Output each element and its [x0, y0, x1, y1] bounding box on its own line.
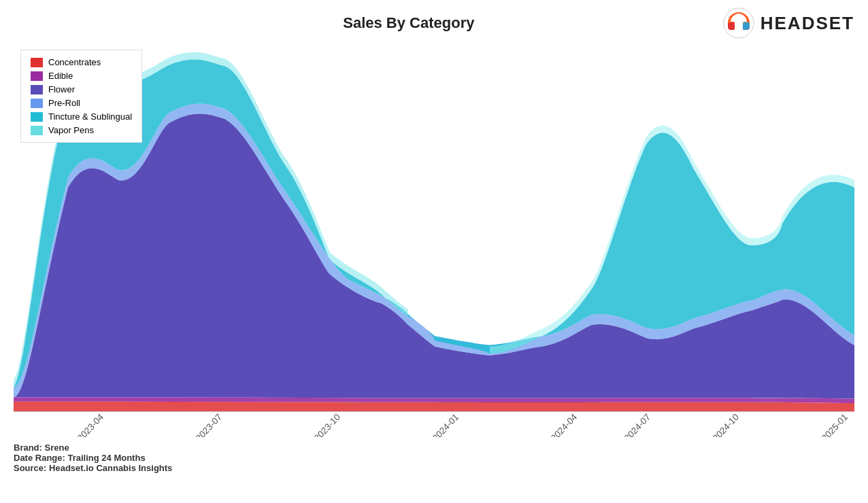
brand-label: Brand:: [14, 443, 42, 453]
tincture-label: Tincture & Sublingual: [48, 111, 132, 122]
date-range-value: Trailing 24 Months: [67, 453, 145, 463]
page-title: Sales By Category: [14, 14, 722, 32]
concentrates-area: [14, 402, 854, 412]
x-label-2025-01: 2025-01: [820, 412, 850, 437]
headset-logo-icon: [722, 7, 755, 39]
concentrates-label: Concentrates: [48, 57, 101, 67]
source-info: Source: Headset.io Cannabis Insights: [14, 463, 854, 473]
page: Sales By Category HEADSET Concentrates: [0, 0, 868, 503]
legend-item-edible: Edible: [31, 71, 132, 81]
brand-value: Srene: [45, 443, 69, 453]
logo-text: HEADSET: [761, 13, 854, 34]
legend-item-concentrates: Concentrates: [31, 57, 132, 67]
preroll-swatch: [31, 99, 43, 108]
legend: Concentrates Edible Flower Pre-Roll Tinc…: [20, 50, 142, 143]
concentrates-swatch: [31, 58, 43, 67]
legend-item-flower: Flower: [31, 84, 132, 94]
x-label-2023-07: 2023-07: [194, 412, 224, 437]
flower-swatch: [31, 85, 43, 94]
legend-item-vaporpens: Vapor Pens: [31, 125, 132, 135]
legend-item-tincture: Tincture & Sublingual: [31, 111, 132, 122]
legend-item-preroll: Pre-Roll: [31, 98, 132, 108]
chart-container: Concentrates Edible Flower Pre-Roll Tinc…: [14, 43, 854, 437]
flower-label: Flower: [48, 84, 75, 94]
x-label-2024-07: 2024-07: [622, 412, 652, 437]
footer: Brand: Srene Date Range: Trailing 24 Mon…: [0, 437, 868, 473]
date-range-label: Date Range:: [14, 453, 65, 463]
x-label-2023-04: 2023-04: [76, 411, 105, 437]
source-label: Source:: [14, 463, 46, 473]
x-label-2024-04: 2024-04: [549, 411, 579, 437]
vaporpens-swatch: [31, 126, 43, 135]
edible-swatch: [31, 71, 43, 81]
header: Sales By Category HEADSET: [0, 0, 868, 39]
brand-info: Brand: Srene: [14, 443, 854, 453]
x-label-2023-10: 2023-10: [312, 412, 342, 437]
tincture-swatch: [31, 112, 43, 122]
preroll-label: Pre-Roll: [48, 98, 80, 108]
x-label-2024-01: 2024-01: [431, 412, 461, 437]
edible-label: Edible: [48, 71, 73, 81]
logo-area: HEADSET: [722, 7, 854, 39]
vaporpens-label: Vapor Pens: [48, 125, 94, 135]
x-label-2024-10: 2024-10: [711, 412, 741, 437]
source-value: Headset.io Cannabis Insights: [49, 463, 172, 473]
date-range-info: Date Range: Trailing 24 Months: [14, 453, 854, 463]
